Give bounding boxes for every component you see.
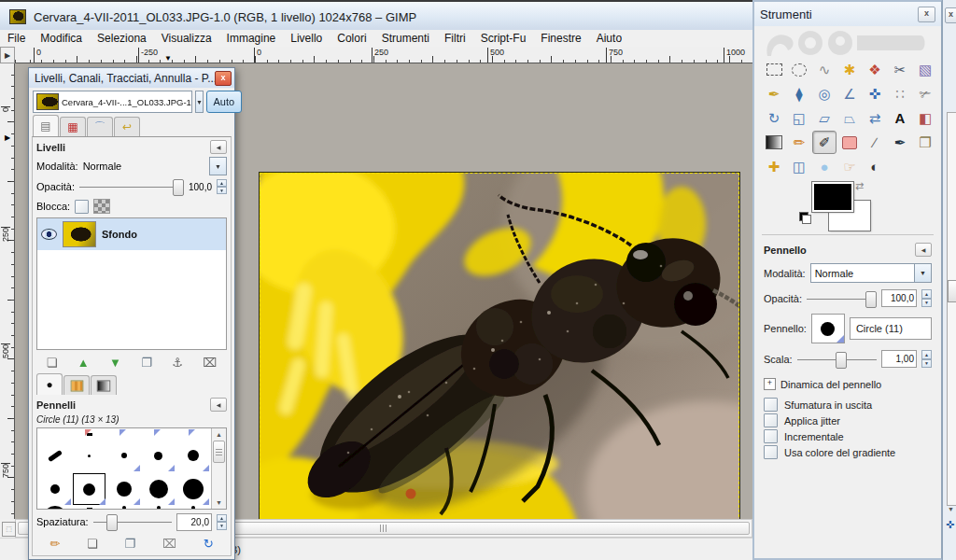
horizontal-ruler[interactable]: 0-25002505007501000▼ (15, 47, 752, 63)
tool-ink[interactable]: ✒ (888, 131, 912, 154)
tab-pennelli[interactable]: ● (36, 373, 63, 395)
auto-button[interactable]: Auto (206, 91, 242, 113)
tool-text[interactable]: A (888, 106, 912, 130)
tool-smudge[interactable]: ☞ (837, 155, 862, 178)
brush-cell[interactable] (37, 472, 72, 506)
menu-item-modifica[interactable]: Modifica (33, 31, 90, 46)
checkbox[interactable] (764, 445, 778, 459)
brush-cell[interactable] (72, 428, 106, 439)
panel-menu-icon[interactable]: ◀ (210, 140, 227, 154)
duplicate-brush-button[interactable]: ❐ (124, 538, 135, 550)
tool-blend[interactable] (762, 131, 786, 154)
panel-menu-icon[interactable]: ◀ (915, 243, 932, 257)
lower-layer-button[interactable]: ▼ (109, 357, 121, 369)
menu-item-file[interactable]: File (0, 31, 33, 46)
brush-cell[interactable] (37, 439, 72, 472)
tool-pencil[interactable]: ✏ (787, 131, 811, 154)
spacing-slider[interactable] (93, 514, 172, 529)
opacity-spinner[interactable]: ▲▼ (217, 179, 227, 194)
tool-crop[interactable]: ✃ (913, 82, 937, 105)
tool-paths[interactable]: ✒ (762, 82, 786, 105)
menu-item-script-fu[interactable]: Script-Fu (473, 31, 534, 46)
image-view[interactable] (260, 173, 739, 536)
menu-item-aiuto[interactable]: Aiuto (589, 31, 629, 46)
foreground-color-swatch[interactable] (812, 182, 853, 212)
checkbox[interactable] (764, 429, 778, 443)
menu-item-finestre[interactable]: Finestre (533, 31, 588, 46)
brush-cell[interactable] (176, 506, 210, 510)
tool-shear[interactable]: ▱ (812, 106, 836, 130)
mode-dropdown-icon[interactable]: ▼ (209, 157, 227, 175)
new-brush-button[interactable]: ❏ (87, 538, 98, 550)
brush-cell[interactable] (141, 506, 176, 510)
brush-cell[interactable] (176, 439, 210, 472)
layers-list[interactable]: Sfondo (36, 217, 227, 350)
lock-alpha-icon[interactable] (93, 199, 110, 214)
tool-foreground-select[interactable]: ▧ (913, 58, 937, 81)
brush-cell[interactable] (106, 506, 141, 510)
delete-brush-button[interactable]: ⌧ (162, 538, 176, 550)
tool-dodge-burn[interactable]: ◐ (863, 155, 887, 178)
layer-row[interactable]: Sfondo (37, 218, 226, 250)
scale-slider[interactable] (797, 352, 877, 367)
tool-zoom[interactable]: ◎ (812, 82, 836, 105)
tab-gradienti[interactable] (91, 375, 117, 395)
ruler-menu-button[interactable]: ▶ (0, 47, 15, 63)
tool-eraser[interactable] (837, 131, 862, 154)
brush-cell[interactable] (106, 439, 141, 472)
tab-livelli[interactable]: ▤ (33, 115, 59, 136)
tool-heal[interactable]: ✚ (762, 155, 786, 178)
brush-cell[interactable] (106, 472, 141, 506)
lock-checkbox[interactable] (75, 200, 89, 214)
tool-align[interactable]: ∷ (888, 82, 912, 105)
menu-item-seleziona[interactable]: Seleziona (90, 31, 154, 46)
brush-cell[interactable] (106, 428, 141, 439)
scroll-up-icon[interactable]: ▲ (216, 428, 222, 441)
brush-name-field[interactable]: Circle (11) (850, 317, 932, 340)
menu-item-filtri[interactable]: Filtri (437, 31, 473, 46)
tool-perspective[interactable]: ⏢ (837, 106, 862, 130)
raise-layer-button[interactable]: ▲ (77, 357, 90, 369)
spacing-value[interactable]: 20,0 (176, 513, 212, 531)
tab-cronologia-annullamenti[interactable]: ↩ (114, 117, 140, 136)
layers-dialog-titlebar[interactable]: Livelli, Canali, Tracciati, Annulla - P.… (29, 68, 234, 88)
refresh-brushes-button[interactable]: ↻ (204, 538, 214, 550)
menu-item-colori[interactable]: Colori (330, 31, 373, 46)
scroll-down-icon[interactable]: ▼ (948, 506, 954, 512)
duplicate-layer-button[interactable]: ❐ (141, 357, 152, 369)
quickmask-toggle[interactable]: ⬚ (2, 522, 16, 537)
tool-fuzzy-select[interactable]: ✱ (837, 58, 862, 81)
background-scrollbar-thumb[interactable] (948, 280, 956, 302)
default-colors-icon[interactable] (799, 212, 811, 224)
tool-paintbrush[interactable]: ✐ (812, 131, 836, 154)
tab-canali[interactable]: ▦ (60, 117, 86, 136)
brush-preview-button[interactable] (811, 314, 845, 343)
brush-grid[interactable] (37, 428, 211, 509)
brush-cell[interactable] (141, 439, 176, 472)
checkbox[interactable] (764, 413, 778, 427)
checkbox[interactable] (764, 398, 778, 412)
image-selector-dropdown[interactable]: Cervara_4-VII-...1_OL033.JPG-1 (33, 91, 192, 113)
close-icon[interactable]: x (945, 7, 956, 23)
tool-ellipse-select[interactable] (787, 58, 811, 81)
brush-cell[interactable] (72, 506, 106, 510)
tool-rotate[interactable]: ↻ (762, 106, 786, 130)
opacity-slider[interactable] (79, 179, 184, 194)
delete-layer-button[interactable]: ⌧ (203, 357, 217, 369)
scale-spinner[interactable]: ▲▼ (921, 350, 932, 368)
menu-item-strumenti[interactable]: Strumenti (374, 31, 437, 46)
tool-airbrush[interactable]: ∕ (863, 131, 887, 154)
swap-colors-icon[interactable]: ⇄ (855, 180, 864, 192)
tool-bucket-fill[interactable]: ◧ (913, 106, 937, 130)
brush-cell[interactable] (72, 439, 106, 472)
brush-cell[interactable] (37, 506, 72, 510)
tool-blur-sharpen[interactable]: ● (812, 155, 836, 178)
tool-free-select[interactable]: ∿ (812, 58, 836, 81)
tool-select-by-color[interactable]: ❖ (863, 58, 887, 81)
brush-grid-scrollbar[interactable]: ▲ ▼ (211, 428, 226, 509)
opacity-value[interactable]: 100,0 (881, 289, 917, 307)
tab-motivi[interactable] (63, 375, 90, 395)
tool-clone[interactable]: ❐ (913, 131, 937, 154)
mode-combo[interactable]: Normale ▼ (810, 263, 932, 283)
opacity-spinner[interactable]: ▲▼ (921, 289, 932, 307)
